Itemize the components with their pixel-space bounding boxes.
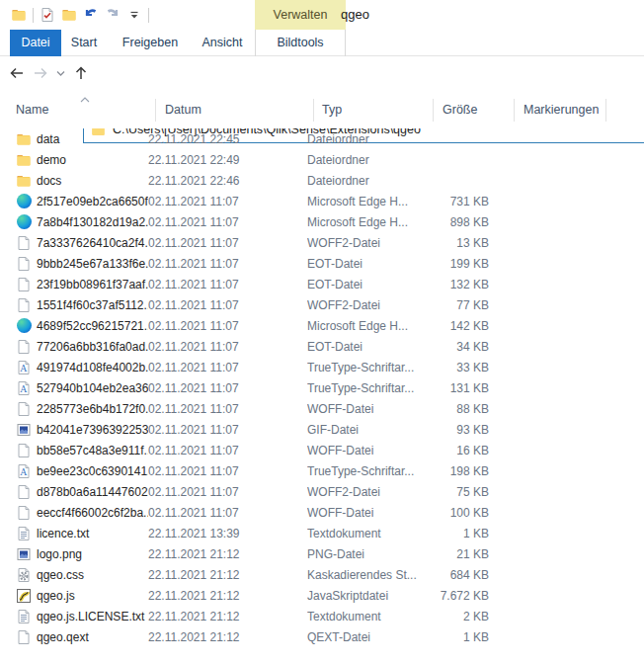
file-name-cell[interactable]: bb58e57c48a3e911f... bbox=[0, 443, 148, 458]
file-name-cell[interactable]: qgeo.js.LICENSE.txt bbox=[0, 609, 148, 624]
file-row[interactable]: 1551f4f60c37af5112... 02.11.2021 11:07 W… bbox=[0, 294, 644, 315]
tab-datei[interactable]: Datei bbox=[10, 30, 61, 56]
column-header-datum[interactable]: Datum bbox=[165, 103, 201, 117]
file-date: 02.11.2021 11:07 bbox=[148, 506, 307, 520]
file-name-cell[interactable]: 9bbb245e67a133f6e... bbox=[0, 256, 148, 272]
file-row[interactable]: qgeo.js.LICENSE.txt 22.11.2021 21:12 Tex… bbox=[0, 606, 644, 626]
file-icon bbox=[16, 629, 32, 645]
file-type: TrueType-Schriftar... bbox=[307, 464, 427, 478]
file-icon bbox=[16, 297, 32, 313]
up-icon[interactable] bbox=[69, 60, 93, 86]
column-header-markierungen[interactable]: Markierungen bbox=[523, 103, 599, 117]
customize-toolbar-icon[interactable] bbox=[123, 4, 145, 26]
file-name-cell[interactable]: demo bbox=[0, 152, 148, 168]
file-name: 23f19bb08961f37aaf... bbox=[37, 278, 148, 291]
column-divider[interactable] bbox=[155, 99, 156, 122]
column-header-groesse[interactable]: Größe bbox=[443, 103, 477, 117]
file-row[interactable]: 4689f52cc96215721... 02.11.2021 11:07 Mi… bbox=[0, 315, 644, 336]
recent-locations-chevron-icon[interactable] bbox=[52, 60, 68, 86]
file-size: 75 KB bbox=[427, 485, 489, 499]
column-divider[interactable] bbox=[605, 99, 606, 122]
file-name-cell[interactable]: qgeo.css bbox=[0, 567, 148, 583]
file-row[interactable]: 77206a6bb316fa0ad... 02.11.2021 11:07 EO… bbox=[0, 336, 644, 357]
column-header-typ[interactable]: Typ bbox=[322, 103, 342, 117]
file-row[interactable]: logo.png 22.11.2021 21:12 PNG-Datei 21 K… bbox=[0, 543, 644, 564]
folder-icon[interactable] bbox=[8, 4, 30, 26]
file-row[interactable]: docs 22.11.2021 22:46 Dateiordner bbox=[0, 170, 644, 191]
edge-icon bbox=[16, 318, 32, 334]
file-row[interactable]: qgeo.css 22.11.2021 21:12 Kaskadierendes… bbox=[0, 564, 644, 585]
properties-check-icon[interactable] bbox=[37, 4, 58, 26]
file-name-cell[interactable]: data bbox=[0, 131, 148, 147]
file-size: 142 KB bbox=[427, 319, 489, 333]
file-size: 684 KB bbox=[427, 568, 489, 582]
file-row[interactable]: 2f517e09eb2ca6650f... 02.11.2021 11:07 M… bbox=[0, 191, 644, 211]
file-name-cell[interactable]: 2f517e09eb2ca6650f... bbox=[0, 194, 148, 209]
column-header-name[interactable]: Name bbox=[16, 103, 48, 117]
file-icon bbox=[16, 256, 32, 272]
file-name: licence.txt bbox=[37, 527, 89, 540]
file-row[interactable]: qgeo.js 22.11.2021 21:12 JavaSkriptdatei… bbox=[0, 585, 644, 606]
file-date: 02.11.2021 11:07 bbox=[148, 402, 307, 416]
file-row[interactable]: eeccf4f66002c6f2ba... 02.11.2021 11:07 W… bbox=[0, 502, 644, 523]
file-name: 2285773e6b4b172f0... bbox=[37, 402, 148, 416]
redo-icon[interactable] bbox=[102, 4, 123, 26]
file-date: 22.11.2021 22:49 bbox=[148, 153, 307, 167]
file-type: WOFF-Datei bbox=[307, 444, 427, 457]
file-name-cell[interactable]: 7a3337626410ca2f4... bbox=[0, 235, 148, 251]
file-row[interactable]: A 527940b104eb2ea36... 02.11.2021 11:07 … bbox=[0, 377, 644, 398]
file-name: 491974d108fe4002b... bbox=[37, 361, 148, 374]
file-row[interactable]: 9bbb245e67a133f6e... 02.11.2021 11:07 EO… bbox=[0, 253, 644, 274]
file-date: 02.11.2021 11:07 bbox=[148, 423, 307, 437]
file-row[interactable]: bb58e57c48a3e911f... 02.11.2021 11:07 WO… bbox=[0, 440, 644, 460]
file-name-cell[interactable]: 1551f4f60c37af5112... bbox=[0, 297, 148, 313]
file-name-cell[interactable]: qgeo.js bbox=[0, 588, 148, 604]
file-name-cell[interactable]: A 527940b104eb2ea36... bbox=[0, 380, 148, 396]
tab-start[interactable]: Start bbox=[61, 30, 107, 56]
column-divider[interactable] bbox=[514, 99, 515, 122]
column-divider[interactable] bbox=[433, 99, 434, 122]
file-date: 22.11.2021 21:12 bbox=[148, 630, 307, 644]
file-row[interactable]: 7a3337626410ca2f4... 02.11.2021 11:07 WO… bbox=[0, 232, 644, 253]
new-folder-icon[interactable] bbox=[58, 4, 80, 26]
file-row[interactable]: data 22.11.2021 22:45 Dateiordner bbox=[0, 128, 644, 149]
undo-icon[interactable] bbox=[80, 4, 102, 26]
file-name-cell[interactable]: A 491974d108fe4002b... bbox=[0, 360, 148, 375]
file-size: 93 KB bbox=[427, 423, 489, 437]
column-header-row: Name Datum Typ Größe Markierungen bbox=[0, 93, 644, 128]
file-name-cell[interactable]: licence.txt bbox=[0, 526, 148, 541]
file-size: 2 KB bbox=[427, 610, 489, 623]
file-row[interactable]: b42041e7396392253... 02.11.2021 11:07 GI… bbox=[0, 419, 644, 440]
folder-icon bbox=[16, 173, 32, 189]
file-row[interactable]: d878b0a6a11447602... 02.11.2021 11:07 WO… bbox=[0, 481, 644, 502]
file-row[interactable]: demo 22.11.2021 22:49 Dateiordner bbox=[0, 149, 644, 170]
file-row[interactable]: 7a8b4f130182d19a2... 02.11.2021 11:07 Mi… bbox=[0, 211, 644, 232]
column-divider[interactable] bbox=[313, 99, 314, 122]
file-name-cell[interactable]: b42041e7396392253... bbox=[0, 422, 148, 438]
file-name-cell[interactable]: logo.png bbox=[0, 546, 148, 562]
file-name-cell[interactable]: eeccf4f66002c6f2ba... bbox=[0, 505, 148, 521]
file-row[interactable]: licence.txt 22.11.2021 13:39 Textdokumen… bbox=[0, 523, 644, 543]
file-name-cell[interactable]: A be9ee23c0c6390141... bbox=[0, 463, 148, 479]
tab-ansicht[interactable]: Ansicht bbox=[194, 30, 251, 56]
file-name-cell[interactable]: d878b0a6a11447602... bbox=[0, 484, 148, 500]
file-name-cell[interactable]: 7a8b4f130182d19a2... bbox=[0, 214, 148, 230]
file-name-cell[interactable]: 23f19bb08961f37aaf... bbox=[0, 277, 148, 292]
file-row[interactable]: 23f19bb08961f37aaf... 02.11.2021 11:07 E… bbox=[0, 274, 644, 294]
forward-icon[interactable] bbox=[29, 60, 52, 86]
file-name-cell[interactable]: docs bbox=[0, 173, 148, 189]
file-name-cell[interactable]: 2285773e6b4b172f0... bbox=[0, 401, 148, 417]
back-icon[interactable] bbox=[5, 60, 29, 86]
file-row[interactable]: A be9ee23c0c6390141... 02.11.2021 11:07 … bbox=[0, 460, 644, 481]
file-name: be9ee23c0c6390141... bbox=[37, 464, 148, 478]
file-type: Dateiordner bbox=[307, 174, 427, 188]
file-row[interactable]: A 491974d108fe4002b... 02.11.2021 11:07 … bbox=[0, 357, 644, 377]
file-name-cell[interactable]: 4689f52cc96215721... bbox=[0, 318, 148, 334]
file-name-cell[interactable]: qgeo.qext bbox=[0, 629, 148, 645]
tab-freigeben[interactable]: Freigeben bbox=[111, 30, 190, 56]
file-date: 02.11.2021 11:07 bbox=[148, 485, 307, 499]
file-row[interactable]: 2285773e6b4b172f0... 02.11.2021 11:07 WO… bbox=[0, 398, 644, 419]
file-name-cell[interactable]: 77206a6bb316fa0ad... bbox=[0, 339, 148, 355]
tab-bildtools[interactable]: Bildtools bbox=[255, 30, 346, 56]
file-row[interactable]: qgeo.qext 22.11.2021 21:12 QEXT-Datei 1 … bbox=[0, 626, 644, 647]
